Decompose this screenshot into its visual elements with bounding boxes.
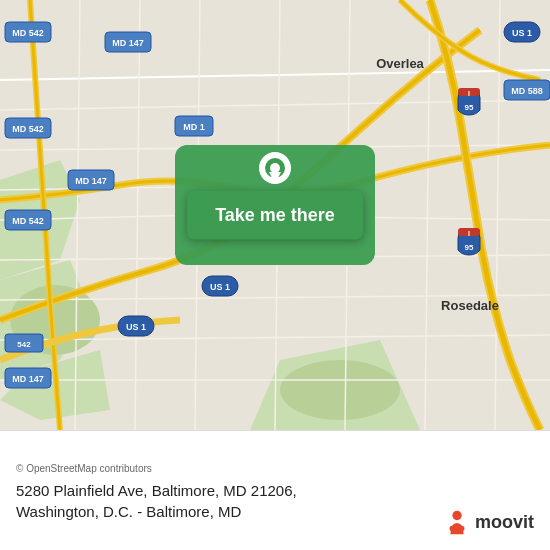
city-text: Washington, D.C. - Baltimore, MD <box>16 503 241 520</box>
svg-text:MD 1: MD 1 <box>183 122 205 132</box>
svg-text:MD 542: MD 542 <box>12 124 44 134</box>
svg-text:MD 542: MD 542 <box>12 216 44 226</box>
svg-text:I: I <box>468 230 470 237</box>
svg-text:US 1: US 1 <box>512 28 532 38</box>
svg-text:MD 147: MD 147 <box>112 38 144 48</box>
svg-text:US 1: US 1 <box>126 322 146 332</box>
svg-point-63 <box>450 526 456 532</box>
svg-text:MD 147: MD 147 <box>75 176 107 186</box>
svg-text:US 1: US 1 <box>210 282 230 292</box>
svg-point-61 <box>270 163 280 173</box>
svg-text:95: 95 <box>465 103 474 112</box>
svg-text:Overlea: Overlea <box>376 56 424 71</box>
svg-point-62 <box>452 511 461 520</box>
svg-text:MD 147: MD 147 <box>12 374 44 384</box>
svg-point-64 <box>459 526 465 532</box>
take-me-there-button[interactable]: Take me there <box>187 191 363 240</box>
address-text: 5280 Plainfield Ave, Baltimore, MD 21206… <box>16 482 297 499</box>
svg-text:Rosedale: Rosedale <box>441 298 499 313</box>
svg-text:542: 542 <box>17 340 31 349</box>
moovit-brand-text: moovit <box>475 512 534 533</box>
moovit-icon <box>443 508 471 536</box>
map-attribution: © OpenStreetMap contributors <box>16 463 534 474</box>
svg-point-6 <box>280 360 400 420</box>
moovit-logo: moovit <box>443 508 534 536</box>
svg-text:95: 95 <box>465 243 474 252</box>
svg-text:MD 588: MD 588 <box>511 86 543 96</box>
map-container: MD 542 MD 542 MD 542 542 MD 147 MD 147 M… <box>0 0 550 430</box>
info-bar: © OpenStreetMap contributors 5280 Plainf… <box>0 430 550 550</box>
svg-text:MD 542: MD 542 <box>12 28 44 38</box>
svg-text:I: I <box>468 90 470 97</box>
